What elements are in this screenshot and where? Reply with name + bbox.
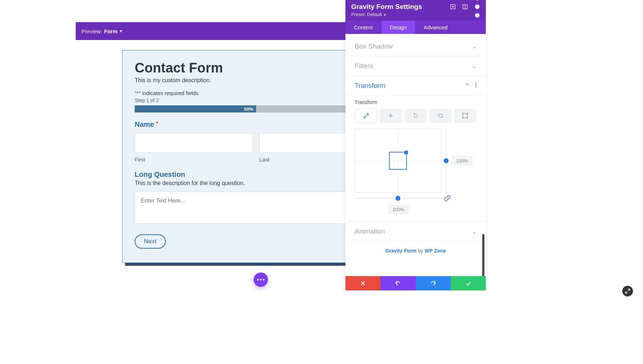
x-slider[interactable] (355, 198, 441, 199)
svg-rect-19 (467, 113, 468, 114)
svg-point-12 (475, 86, 477, 88)
next-button[interactable]: Next (135, 234, 166, 249)
slider-handle[interactable] (395, 196, 400, 201)
section-kebab-icon[interactable] (475, 83, 477, 89)
transform-tool-row (355, 109, 477, 123)
transform-scale-tool[interactable] (355, 109, 377, 123)
step-indicator: Step 1 of 2 (135, 98, 378, 103)
transform-grid[interactable] (355, 129, 441, 193)
x-value[interactable]: 100% (388, 204, 409, 214)
expand-panel-button[interactable] (622, 286, 633, 296)
y-slider[interactable] (444, 129, 448, 193)
progress-bar: 50% (135, 105, 378, 113)
svg-point-1 (260, 279, 261, 280)
chevron-down-icon: ⌄ (472, 43, 477, 50)
transform-handle-box[interactable] (389, 152, 407, 170)
name-field-label: Name * (135, 120, 378, 129)
first-label: First (135, 156, 253, 163)
panel-title: Gravity Form Settings (351, 3, 422, 11)
tab-advanced[interactable]: Advanced (415, 21, 456, 34)
chevron-down-icon[interactable]: ▼ (119, 29, 123, 33)
svg-point-8 (475, 5, 480, 9)
form-description: This is my custom description. (135, 77, 378, 84)
slider-handle[interactable] (444, 158, 449, 163)
preview-label: Preview: (81, 28, 102, 34)
panel-header: Gravity Form Settings Preset: Default ▼ (345, 0, 486, 21)
settings-panel: Gravity Form Settings Preset: Default ▼ … (345, 0, 486, 290)
svg-rect-20 (462, 117, 464, 119)
transform-rotate-tool[interactable] (404, 109, 427, 123)
svg-point-11 (475, 85, 477, 86)
section-box-shadow[interactable]: Box Shadow ⌄ (345, 37, 486, 56)
section-transform[interactable]: Transform ⌃ (345, 76, 486, 96)
required-fields-msg: "*" indicates required fields (135, 90, 378, 96)
long-question-label: Long Question (135, 170, 378, 179)
transform-subhead: Transform (355, 99, 477, 105)
panel-body: Box Shadow ⌄ Filters ⌄ Transform ⌃ Trans… (345, 34, 486, 276)
kebab-icon[interactable] (474, 4, 480, 10)
long-question-textarea[interactable] (135, 191, 378, 224)
svg-point-7 (475, 0, 480, 0)
preview-bar: Preview: Form ▼ (76, 22, 345, 40)
form-title: Contact Form (135, 60, 378, 76)
svg-point-0 (257, 279, 259, 280)
progress-fill: 50% (135, 105, 256, 113)
undo-button[interactable] (380, 276, 415, 290)
save-button[interactable] (451, 276, 486, 290)
svg-point-4 (453, 6, 454, 8)
section-animation[interactable]: Animation ⌄ (345, 222, 486, 241)
first-name-input[interactable] (135, 133, 253, 153)
page-options-button[interactable] (254, 273, 268, 287)
credit-line: Gravity Form by WP Zone (345, 241, 486, 256)
caret-down-icon: ▼ (383, 13, 387, 17)
y-value[interactable]: 100% (451, 156, 473, 166)
transform-move-tool[interactable] (379, 109, 402, 123)
panel-tabs: Content Design Advanced (345, 21, 486, 34)
section-filters[interactable]: Filters ⌄ (345, 56, 486, 76)
svg-point-2 (263, 279, 264, 280)
tab-design[interactable]: Design (382, 21, 415, 34)
chevron-up-icon: ⌃ (465, 83, 469, 89)
transform-origin-tool[interactable] (454, 109, 477, 123)
svg-marker-16 (438, 114, 443, 117)
panel-action-bar (345, 276, 486, 290)
svg-rect-18 (462, 113, 464, 114)
chevron-down-icon: ⌄ (472, 63, 477, 70)
name-field-row: First Last (135, 133, 378, 163)
preview-value[interactable]: Form (104, 28, 118, 34)
product-link[interactable]: Gravity Form (385, 248, 417, 254)
resize-handle-icon[interactable] (404, 151, 408, 154)
close-button[interactable] (345, 276, 380, 290)
snap-icon[interactable] (450, 4, 456, 10)
chevron-down-icon: ⌄ (472, 228, 477, 235)
columns-icon[interactable] (462, 4, 468, 10)
transform-body: Transform (345, 96, 486, 222)
svg-line-13 (364, 114, 368, 118)
link-icon[interactable] (444, 195, 450, 201)
long-question-description: This is the description for the long que… (135, 180, 378, 186)
svg-point-10 (475, 83, 477, 84)
redo-button[interactable] (416, 276, 451, 290)
svg-rect-21 (467, 117, 468, 119)
tab-content[interactable]: Content (345, 21, 382, 34)
required-star-icon: * (155, 120, 158, 126)
preset-selector[interactable]: Preset: Default ▼ (351, 12, 480, 17)
scrollbar-thumb[interactable] (482, 234, 484, 276)
progress-text: 50% (244, 106, 253, 112)
transform-skew-tool[interactable] (429, 109, 452, 123)
vendor-link[interactable]: WP Zone (425, 248, 446, 254)
